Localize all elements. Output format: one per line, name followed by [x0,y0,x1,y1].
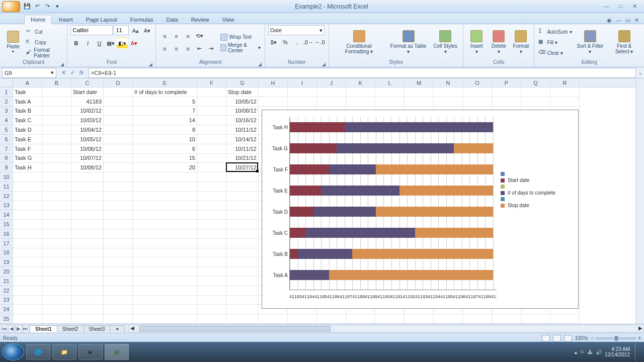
sheet-tab-3[interactable]: Sheet3 [84,325,111,332]
zoom-slider[interactable] [596,337,636,339]
expand-formula-bar-icon[interactable]: ⌄ [636,69,644,76]
zoom-in-icon[interactable]: + [638,335,641,341]
paste-button[interactable]: Paste▾ [3,26,23,59]
sheet-tab-1[interactable]: Sheet1 [30,325,57,332]
tab-data[interactable]: Data [160,15,184,24]
column-header[interactable]: O [463,78,492,87]
cell[interactable]: 15 [133,154,197,163]
cell[interactable]: 6 [133,144,197,154]
row-header[interactable]: 3 [0,107,13,116]
cell[interactable]: 10/27/12 [226,163,259,172]
cell[interactable]: 10/14/12 [226,135,259,144]
column-header[interactable]: A [13,78,42,87]
tray-flag-icon[interactable]: ⚐ [580,349,585,355]
horizontal-scrollbar[interactable]: ◀ ▶ [129,325,644,332]
comma-format-icon[interactable]: , [291,37,302,48]
cell[interactable]: 10/11/12 [226,125,259,135]
cell[interactable]: 5 [133,97,197,107]
align-center-icon[interactable]: ≡ [171,43,182,54]
minimize-ribbon-icon[interactable]: — [616,17,621,24]
column-header[interactable]: F [197,78,226,87]
row-headers[interactable]: 1234567891011121314151617181920212223242… [0,87,13,324]
cell[interactable]: 10/07/12 [71,154,104,163]
dialog-launcher-icon[interactable]: ◢ [60,62,64,67]
column-header[interactable]: N [434,78,463,87]
show-desktop-button[interactable] [635,342,640,361]
tab-review[interactable]: Review [185,15,215,24]
cell[interactable]: Start date [71,87,104,97]
row-header[interactable]: 23 [0,296,13,305]
decrease-decimal-icon[interactable]: ←.0 [314,37,326,48]
cell[interactable]: Task G [13,154,42,163]
font-color-button[interactable]: A▾ [128,38,139,49]
undo-icon[interactable]: ↶ [33,3,41,11]
row-header[interactable]: 11 [0,182,13,192]
help-icon[interactable]: ◉ [607,17,612,24]
wrap-text-button[interactable]: Wrap Text [219,32,261,42]
border-button[interactable]: ▦▾ [105,38,116,49]
row-header[interactable]: 15 [0,220,13,229]
row-header[interactable]: 24 [0,305,13,314]
cell[interactable]: Task E [13,135,42,144]
align-right-icon[interactable]: ≡ [182,43,193,54]
cell-styles-button[interactable]: Cell Styles ▾ [431,26,460,59]
column-header[interactable]: L [375,78,405,87]
column-header[interactable]: P [492,78,521,87]
format-cells-button[interactable]: Format▾ [511,26,531,59]
row-header[interactable]: 12 [0,192,13,201]
conditional-formatting-button[interactable]: Conditional Formatting ▾ [332,26,386,59]
cell[interactable]: 8 [133,125,197,135]
plot-area[interactable]: Task HTask GTask FTask ETask DTask CTask… [289,117,497,290]
cell[interactable]: Task D [13,125,42,135]
zoom-out-icon[interactable]: − [591,335,594,341]
cell[interactable]: Stop date [226,87,259,97]
font-name-input[interactable] [70,25,113,35]
shrink-font-icon[interactable]: A▾ [141,25,152,36]
insert-cells-button[interactable]: Insert▾ [466,26,487,59]
cell[interactable]: 41183 [71,97,104,107]
last-sheet-icon[interactable]: ⏭ [22,325,29,332]
italic-button[interactable]: I [82,38,93,49]
cell[interactable]: 10/05/12 [226,97,259,107]
cell[interactable]: 10/02/12 [71,107,104,116]
sort-filter-button[interactable]: Sort & Filter ▾ [575,26,606,59]
find-select-button[interactable]: Find & Select ▾ [607,26,641,59]
next-sheet-icon[interactable]: ▶ [15,325,22,332]
fill-color-button[interactable]: ◧▾ [117,38,128,49]
cell[interactable]: 10/08/12 [71,163,104,172]
orientation-icon[interactable]: ⟲▾ [194,31,205,42]
name-box[interactable]: G9▾ [2,68,56,78]
tab-view[interactable]: View [216,15,240,24]
taskbar-excel-icon[interactable]: ▦ [105,344,129,360]
row-header[interactable]: 10 [0,172,13,182]
cell[interactable]: Task B [13,107,42,116]
maximize-button[interactable]: □ [616,3,625,10]
format-painter-button[interactable]: 🖌Format Painter [25,48,64,58]
row-header[interactable]: 16 [0,229,13,239]
new-sheet-button[interactable]: ✶ [110,325,125,332]
delete-cells-button[interactable]: Delete▾ [489,26,509,59]
column-header[interactable]: H [259,78,288,87]
column-header[interactable]: M [405,78,434,87]
bold-button[interactable]: B [70,38,82,49]
sheet-tab-2[interactable]: Sheet2 [57,325,84,332]
tab-home[interactable]: Home [24,15,52,24]
align-bottom-icon[interactable]: ≡ [182,31,193,42]
taskbar-explorer-icon[interactable]: 📁 [52,344,76,360]
row-header[interactable]: 20 [0,267,13,277]
taskbar-ie-icon[interactable]: 🌐 [26,344,50,360]
column-header[interactable]: D [104,78,133,87]
tab-insert[interactable]: Insert [53,15,79,24]
vertical-scrollbar[interactable] [635,78,644,324]
cut-button[interactable]: ✂Cut [25,27,64,37]
autosum-button[interactable]: ΣAutoSum ▾ [537,27,573,37]
row-header[interactable]: 6 [0,135,13,144]
cell[interactable]: 10/21/12 [226,154,259,163]
tab-page-layout[interactable]: Page Layout [80,15,123,24]
underline-button[interactable]: U [94,38,105,49]
save-icon[interactable]: 💾 [23,3,31,11]
cell[interactable]: 14 [133,116,197,125]
cell[interactable]: Task A [13,97,42,107]
cell[interactable]: Task C [13,116,42,125]
chevron-down-icon[interactable]: ▾ [51,69,54,76]
